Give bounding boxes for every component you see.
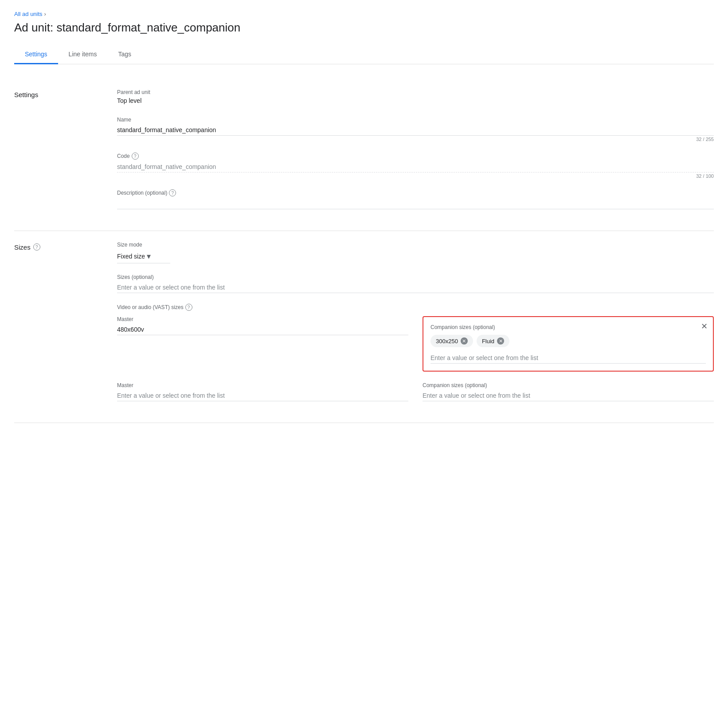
- sizes-optional-input[interactable]: [117, 282, 714, 293]
- size-mode-dropdown[interactable]: Fixed size ▾: [117, 250, 170, 263]
- vast-companion-input-2[interactable]: [423, 390, 714, 401]
- code-help-icon[interactable]: ?: [132, 153, 139, 160]
- tab-line-items[interactable]: Line items: [58, 45, 108, 64]
- companion-sizes-label: Companion sizes (optional): [431, 324, 706, 330]
- sizes-help-icon[interactable]: ?: [33, 243, 40, 251]
- chip-300x250-close[interactable]: ✕: [461, 337, 468, 345]
- vast-master-value: 480x600v: [117, 324, 408, 335]
- name-label: Name: [117, 117, 714, 123]
- vast-companion-col-2: Companion sizes (optional): [423, 382, 714, 401]
- sizes-section: Sizes ? Size mode Fixed size ▾ Sizes (op…: [14, 231, 714, 423]
- tab-settings[interactable]: Settings: [14, 45, 58, 64]
- breadcrumb[interactable]: All ad units ›: [14, 11, 714, 17]
- settings-section: Settings Parent ad unit Top level Name 3…: [14, 78, 714, 231]
- code-label: Code ?: [117, 153, 714, 160]
- chip-fluid: Fluid ✕: [477, 335, 509, 347]
- chip-fluid-close[interactable]: ✕: [497, 337, 504, 345]
- chip-300x250: 300x250 ✕: [431, 335, 473, 347]
- code-field: Code ? 32 / 100: [117, 153, 714, 179]
- name-input[interactable]: [117, 125, 714, 136]
- description-input[interactable]: [117, 198, 714, 209]
- tabs-bar: Settings Line items Tags: [14, 45, 714, 64]
- size-mode-value: Fixed size: [117, 253, 145, 260]
- sizes-optional-field: Sizes (optional): [117, 274, 714, 293]
- description-help-icon[interactable]: ?: [169, 189, 176, 196]
- vast-master-label-2: Master: [117, 382, 408, 388]
- vast-master-label: Master: [117, 316, 408, 322]
- description-label: Description (optional) ?: [117, 189, 714, 196]
- name-field: Name 32 / 255: [117, 117, 714, 142]
- companion-sizes-input[interactable]: [431, 353, 706, 364]
- settings-section-label: Settings: [14, 89, 103, 220]
- parent-ad-unit-value: Top level: [117, 97, 714, 106]
- dropdown-arrow-icon: ▾: [147, 251, 151, 261]
- code-input[interactable]: [117, 161, 714, 172]
- sizes-section-label: Sizes ?: [14, 242, 103, 412]
- vast-label: Video or audio (VAST) sizes ?: [117, 304, 714, 311]
- chip-300x250-label: 300x250: [436, 338, 458, 345]
- vast-row-1: Master 480x600v Companion sizes (optiona…: [117, 316, 714, 372]
- vast-master-input-2[interactable]: [117, 390, 408, 401]
- chip-fluid-label: Fluid: [482, 338, 494, 345]
- companion-popup-close-icon[interactable]: ✕: [701, 322, 708, 330]
- companion-chips-area: 300x250 ✕ Fluid ✕: [431, 335, 706, 347]
- breadcrumb-chevron: ›: [44, 11, 46, 17]
- parent-ad-unit-label: Parent ad unit: [117, 89, 714, 95]
- size-mode-field: Size mode Fixed size ▾: [117, 242, 714, 263]
- breadcrumb-label: All ad units: [14, 11, 43, 17]
- vast-companion-label-2: Companion sizes (optional): [423, 382, 714, 388]
- settings-fields: Parent ad unit Top level Name 32 / 255 C…: [117, 89, 714, 220]
- parent-ad-unit-field: Parent ad unit Top level: [117, 89, 714, 106]
- sizes-fields: Size mode Fixed size ▾ Sizes (optional) …: [117, 242, 714, 412]
- description-field: Description (optional) ?: [117, 189, 714, 209]
- vast-row-2: Master Companion sizes (optional): [117, 382, 714, 401]
- size-mode-label: Size mode: [117, 242, 714, 248]
- code-char-count: 32 / 100: [117, 173, 714, 179]
- sizes-optional-label: Sizes (optional): [117, 274, 714, 280]
- name-char-count: 32 / 255: [117, 137, 714, 142]
- page-title: Ad unit: standard_format_native_companio…: [14, 21, 714, 35]
- vast-master-col-2: Master: [117, 382, 408, 401]
- vast-help-icon[interactable]: ?: [185, 304, 192, 311]
- companion-sizes-popup: Companion sizes (optional) 300x250 ✕ Flu…: [423, 316, 714, 372]
- vast-companion-col: Companion sizes (optional) 300x250 ✕ Flu…: [423, 316, 714, 372]
- vast-master-col: Master 480x600v: [117, 316, 408, 335]
- tab-tags[interactable]: Tags: [107, 45, 142, 64]
